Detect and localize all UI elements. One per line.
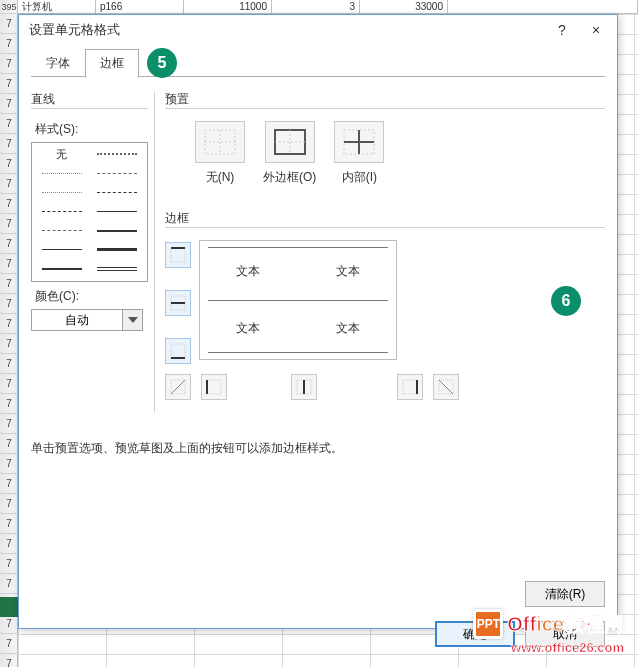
row-header[interactable]: 7 xyxy=(0,634,18,654)
color-picker[interactable]: 自动 xyxy=(31,309,148,331)
row-header[interactable]: 7 xyxy=(0,254,18,274)
row-header[interactable]: 7 xyxy=(0,214,18,234)
border-legend: 边框 xyxy=(165,210,605,228)
color-label: 颜色(C): xyxy=(35,288,148,305)
row-header[interactable]: 7 xyxy=(0,274,18,294)
format-cells-dialog: 设置单元格格式 ? × 字体 边框 5 直线 样式(S): 无 xyxy=(18,14,618,629)
chevron-down-icon xyxy=(128,317,138,323)
row-header[interactable]: 7 xyxy=(0,174,18,194)
border-diag-up-button[interactable] xyxy=(165,374,191,400)
row-header[interactable]: 7 xyxy=(0,554,18,574)
row-header[interactable]: 7 xyxy=(0,654,18,667)
tab-border[interactable]: 边框 xyxy=(85,49,139,78)
row-header[interactable]: 7 xyxy=(0,514,18,534)
row-header[interactable]: 7 xyxy=(0,314,18,334)
style-item[interactable] xyxy=(34,260,90,278)
border-middle-v-button[interactable] xyxy=(291,374,317,400)
row-header[interactable]: 7 xyxy=(0,134,18,154)
cancel-button[interactable]: 取消 xyxy=(525,621,605,647)
color-value[interactable]: 自动 xyxy=(31,309,123,331)
row-header[interactable]: 7 xyxy=(0,454,18,474)
row-header[interactable]: 7 xyxy=(0,354,18,374)
row-header[interactable]: 7 xyxy=(0,474,18,494)
row-header[interactable]: 7 xyxy=(0,494,18,514)
row-header[interactable]: 7 xyxy=(0,114,18,134)
selected-row-header[interactable] xyxy=(0,597,18,617)
style-item[interactable] xyxy=(90,202,146,220)
tab-font[interactable]: 字体 xyxy=(31,49,85,78)
row-header[interactable]: 7 xyxy=(0,234,18,254)
border-fieldset: 边框 xyxy=(165,210,605,400)
border-diag-down-button[interactable] xyxy=(433,374,459,400)
clear-button[interactable]: 清除(R) xyxy=(525,581,605,607)
preset-outline[interactable]: 外边框(O) xyxy=(263,121,316,186)
row-header[interactable]: 7 xyxy=(0,34,18,54)
line-style-list[interactable]: 无 xyxy=(31,142,148,282)
row-header[interactable]: 7 xyxy=(0,54,18,74)
border-middle-h-button[interactable] xyxy=(165,290,191,316)
border-right-button[interactable] xyxy=(397,374,423,400)
line-fieldset: 直线 样式(S): 无 xyxy=(31,91,148,331)
row-header[interactable]: 7 xyxy=(0,334,18,354)
svg-rect-10 xyxy=(171,248,185,262)
clear-row: 清除(R) xyxy=(31,581,605,607)
row-header[interactable]: 7 xyxy=(0,394,18,414)
row-header[interactable]: 7 xyxy=(0,534,18,554)
preview-text-tl: 文本 xyxy=(236,263,260,280)
dialog-buttons: 确定 取消 xyxy=(31,621,605,647)
color-dropdown-button[interactable] xyxy=(123,309,143,331)
preset-inside-icon xyxy=(334,121,384,163)
row-header[interactable]: 395 xyxy=(0,0,18,14)
border-preview[interactable]: 文本 文本 文本 文本 xyxy=(199,240,397,360)
close-button[interactable]: × xyxy=(579,17,613,43)
titlebar: 设置单元格格式 ? × xyxy=(19,15,617,45)
preset-inside[interactable]: 内部(I) xyxy=(334,121,384,186)
style-item[interactable] xyxy=(34,202,90,220)
style-item[interactable] xyxy=(90,260,146,278)
annotation-badge-6: 6 xyxy=(551,286,581,316)
style-item[interactable] xyxy=(34,183,90,201)
row-header[interactable]: 7 xyxy=(0,94,18,114)
help-button[interactable]: ? xyxy=(545,17,579,43)
preset-inside-label: 内部(I) xyxy=(342,169,377,186)
border-top-button[interactable] xyxy=(165,242,191,268)
style-none[interactable]: 无 xyxy=(34,145,90,163)
row-header[interactable]: 7 xyxy=(0,14,18,34)
svg-line-17 xyxy=(171,380,185,394)
style-item[interactable] xyxy=(90,164,146,182)
svg-rect-14 xyxy=(171,344,185,358)
row-header[interactable]: 7 xyxy=(0,574,18,594)
cell[interactable]: 计算机 xyxy=(18,0,96,13)
border-bottom-button[interactable] xyxy=(165,338,191,364)
row-header[interactable]: 7 xyxy=(0,74,18,94)
left-column: 直线 样式(S): 无 xyxy=(31,91,155,412)
row-header[interactable]: 7 xyxy=(0,434,18,454)
style-item[interactable] xyxy=(90,183,146,201)
cell[interactable]: 33000 xyxy=(360,0,448,13)
cell[interactable] xyxy=(448,0,638,13)
ok-button[interactable]: 确定 xyxy=(435,621,515,647)
line-legend: 直线 xyxy=(31,91,148,109)
style-item[interactable] xyxy=(34,222,90,240)
style-item[interactable] xyxy=(34,164,90,182)
preset-none[interactable]: 无(N) xyxy=(195,121,245,186)
row-header[interactable]: 7 xyxy=(0,414,18,434)
preview-text-br: 文本 xyxy=(336,320,360,337)
row-header[interactable]: 7 xyxy=(0,154,18,174)
svg-line-25 xyxy=(439,380,453,394)
preview-text-tr: 文本 xyxy=(336,263,360,280)
style-item[interactable] xyxy=(90,241,146,259)
row-header[interactable]: 7 xyxy=(0,374,18,394)
preview-mid-line xyxy=(208,300,388,301)
style-item[interactable] xyxy=(90,145,146,163)
border-left-button[interactable] xyxy=(201,374,227,400)
cell[interactable]: 3 xyxy=(272,0,360,13)
svg-marker-0 xyxy=(128,317,138,323)
cell[interactable]: 11000 xyxy=(184,0,272,13)
row-header[interactable]: 7 xyxy=(0,194,18,214)
style-item[interactable] xyxy=(34,241,90,259)
cell[interactable]: p166 xyxy=(96,0,184,13)
row-header[interactable]: 7 xyxy=(0,294,18,314)
row-header[interactable]: 7 xyxy=(0,614,18,634)
style-item[interactable] xyxy=(90,222,146,240)
